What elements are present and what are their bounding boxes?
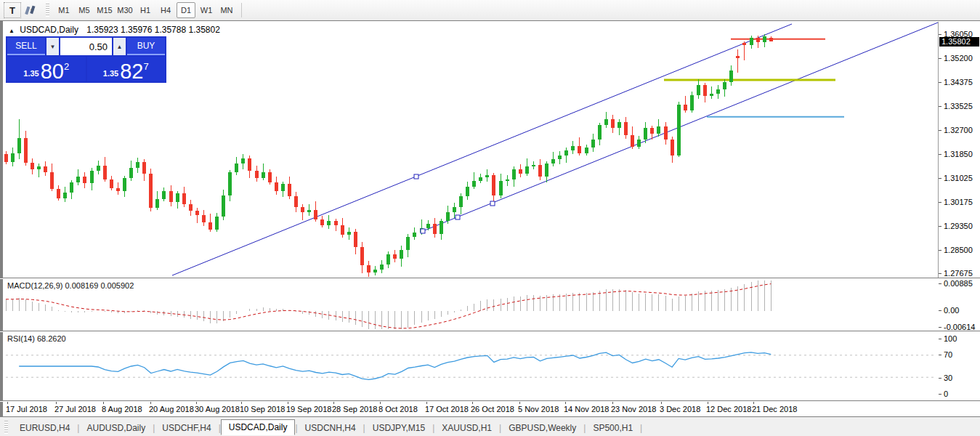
macd-indicator-chart[interactable]: [4, 279, 938, 331]
volume-increase-button[interactable]: ▲: [113, 38, 126, 55]
tabbar-grip[interactable]: [4, 421, 8, 434]
price-axis-label: 1.28500: [944, 246, 973, 254]
candle-body-bull: [63, 193, 67, 198]
timeframe-button-W1[interactable]: W1: [197, 2, 216, 18]
axis-tick: [939, 250, 941, 251]
timeframe-button-M5[interactable]: M5: [75, 2, 94, 18]
price-axis-label: 1.27675: [944, 269, 973, 278]
candle-body-bear: [288, 184, 291, 196]
current-price-badge: 1.35802: [939, 37, 979, 47]
crayon-style-button[interactable]: ▾: [22, 2, 41, 18]
candle-body-bear: [301, 207, 304, 213]
sell-button[interactable]: SELL: [7, 38, 45, 55]
timeframe-button-M15[interactable]: M15: [95, 2, 114, 18]
candle-body-bull: [281, 184, 285, 190]
date-label: 28 Sep 2018: [332, 405, 377, 413]
tab-usdjpy-m15[interactable]: USDJPY,M15: [365, 421, 432, 435]
candle-body-bull: [512, 169, 516, 179]
timeframe-button-H1[interactable]: H1: [136, 2, 155, 18]
candle-body-bear: [684, 105, 687, 110]
sell-price[interactable]: 1.35 80 2: [7, 57, 86, 81]
axis-tick: [939, 273, 941, 274]
tab-audusd-daily[interactable]: AUDUSD,Daily: [79, 421, 153, 435]
price-axis-label: 1.34375: [944, 78, 973, 86]
text-tool-button[interactable]: T: [4, 2, 21, 18]
axis-tick: [380, 402, 381, 404]
buy-button[interactable]: BUY: [127, 38, 165, 55]
candle-body-bull: [215, 217, 219, 230]
timeframe-button-M1[interactable]: M1: [54, 2, 73, 18]
timeframe-button-D1[interactable]: D1: [177, 2, 195, 18]
candle-body-bull: [532, 165, 535, 166]
tab-usdcad-daily[interactable]: USDCAD,Daily: [221, 419, 296, 435]
candle-body-bull: [70, 182, 73, 193]
window-border: [0, 416, 980, 417]
price-axis-label: 1.35200: [944, 54, 973, 62]
tab-usdchf-h4[interactable]: USDCHF,H4: [155, 421, 218, 435]
candle-body-bear: [354, 232, 357, 247]
collapse-arrow-icon[interactable]: ▲: [9, 28, 15, 34]
price-axis-label: 1.30175: [944, 198, 973, 206]
candle-body-bull: [506, 179, 509, 181]
candle-body-bear: [519, 169, 522, 174]
timeframe-button-M30[interactable]: M30: [116, 2, 134, 18]
candle-body-bull: [413, 233, 416, 237]
candle-body-bull: [499, 181, 503, 195]
channel-handle[interactable]: [421, 229, 425, 233]
axis-tick: [241, 402, 242, 404]
date-label: 5 Nov 2018: [518, 405, 559, 413]
candle-body-bull: [604, 119, 608, 125]
tab-usdcnh-h4[interactable]: USDCNH,H4: [298, 421, 363, 435]
candle-body-bull: [479, 177, 482, 181]
candle-body-bear: [189, 204, 193, 211]
volume-decrease-button[interactable]: ▼: [46, 38, 59, 55]
date-label: 8 Oct 2018: [378, 405, 418, 413]
candle-body-bull: [657, 126, 660, 133]
date-label: 30 Aug 2018: [195, 405, 240, 413]
axis-tick: [939, 355, 941, 355]
chart-symbol-period: USDCAD,Daily: [20, 25, 78, 35]
candle-body-bull: [716, 89, 720, 94]
trend-channel-line[interactable]: [172, 24, 792, 275]
candle-body-bear: [195, 211, 199, 215]
candle-body-bear: [664, 126, 668, 139]
buy-price[interactable]: 1.35 82 7: [87, 57, 166, 81]
tab-eurusd-h4[interactable]: EURUSD,H4: [12, 421, 77, 435]
channel-handle[interactable]: [455, 215, 460, 219]
axis-tick: [939, 202, 941, 203]
candle-body-bull: [677, 105, 681, 155]
candle-body-bull: [17, 138, 21, 153]
rsi-indicator-chart[interactable]: [4, 332, 938, 400]
candle-body-bull: [440, 221, 443, 233]
price-axis-label: 1.31850: [944, 150, 973, 158]
price-axis-label: 1.29350: [944, 222, 973, 230]
tab-gbpusd-weekly[interactable]: GBPUSD,Weekly: [501, 421, 583, 435]
candle-body-bull: [380, 265, 384, 270]
candle-body-bull: [176, 193, 179, 202]
candle-body-bull: [262, 172, 265, 178]
timeframe-group: M1M5M15M30H1H4D1W1MN: [54, 2, 237, 18]
channel-handle[interactable]: [490, 201, 495, 206]
rsi-axis-label: 70: [944, 350, 952, 359]
timeframe-button-MN[interactable]: MN: [217, 2, 236, 18]
axis-tick: [939, 378, 941, 379]
date-label: 8 Aug 2018: [102, 405, 142, 413]
date-label: 3 Dec 2018: [660, 405, 700, 413]
tab-xauusd-h1[interactable]: XAUUSD,H1: [434, 421, 499, 435]
candle-body-bear: [492, 175, 495, 195]
candle-body-bull: [162, 191, 166, 200]
candle-body-bear: [736, 56, 740, 58]
tab-sp500-h1[interactable]: SP500,H1: [586, 421, 640, 435]
buy-price-point: 7: [143, 61, 148, 72]
candle-body-bear: [393, 254, 397, 259]
candle-body-bull: [690, 95, 694, 110]
candle-body-bear: [4, 154, 8, 162]
volume-input[interactable]: [60, 38, 112, 55]
candle-body-bear: [294, 196, 298, 206]
channel-handle[interactable]: [414, 174, 418, 179]
candle-body-bull: [525, 166, 529, 173]
toolbar-grip[interactable]: [46, 4, 49, 17]
candle-body-bull: [545, 164, 548, 176]
timeframe-button-H4[interactable]: H4: [156, 2, 175, 18]
candle-body-bear: [624, 122, 628, 135]
